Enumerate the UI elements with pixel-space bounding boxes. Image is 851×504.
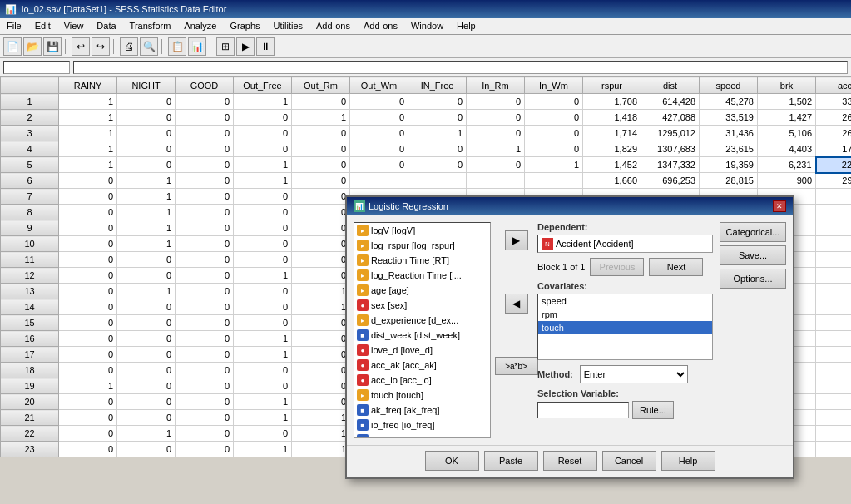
cell[interactable]: 0 <box>292 205 350 220</box>
cell[interactable]: 0 <box>467 94 525 110</box>
next-block-button[interactable]: Next <box>649 258 703 276</box>
cell[interactable]: 1,427 <box>758 110 816 126</box>
cell[interactable]: 0 <box>467 126 525 141</box>
col-header-outfree[interactable]: Out_Free <box>234 77 292 94</box>
cell[interactable]: 1 <box>234 410 292 426</box>
cell[interactable] <box>816 378 852 394</box>
cell[interactable]: 1 <box>117 189 176 205</box>
cell[interactable] <box>816 189 852 205</box>
cell[interactable]: 0 <box>292 363 350 378</box>
variable-list-item[interactable]: ●love_d [love_d] <box>354 343 490 358</box>
cell[interactable]: 29,012 <box>816 173 852 189</box>
cell[interactable]: 1 <box>59 141 117 157</box>
cell[interactable]: 0 <box>176 378 234 394</box>
cell[interactable]: 0 <box>292 220 350 236</box>
cell[interactable]: 0 <box>234 220 292 236</box>
cell[interactable]: 0 <box>525 110 583 126</box>
cell[interactable]: 0 <box>292 252 350 268</box>
cell[interactable]: 0 <box>234 378 292 394</box>
cell[interactable]: 0 <box>292 173 350 189</box>
variable-list-item[interactable]: ■ak_freq [ak_freq] <box>354 403 490 418</box>
col-header-dist[interactable]: dist <box>641 77 700 94</box>
previous-block-button[interactable]: Previous <box>590 258 644 276</box>
variable-list-item[interactable]: ▸log_rspur [log_rspur] <box>354 238 490 253</box>
covariate-listbox[interactable]: speedrpmtouch <box>537 294 713 360</box>
cell[interactable]: 0 <box>117 378 176 394</box>
open-file-button[interactable]: 📂 <box>23 37 42 56</box>
cell[interactable]: 1 <box>59 378 117 394</box>
cell[interactable]: 0 <box>176 331 234 347</box>
cell[interactable]: 0 <box>292 331 350 347</box>
col-header-inrm[interactable]: In_Rm <box>467 77 525 94</box>
dependent-box[interactable]: N Accident [Accident] <box>537 235 713 253</box>
cell[interactable]: 0 <box>176 220 234 236</box>
cell[interactable]: 19,359 <box>700 157 758 173</box>
cell[interactable]: 0 <box>234 363 292 378</box>
cell[interactable] <box>816 236 852 252</box>
cell[interactable]: 0 <box>176 94 234 110</box>
cell[interactable]: 1 <box>234 94 292 110</box>
var-view-button[interactable]: 📋 <box>168 37 186 56</box>
cell[interactable]: 0 <box>292 315 350 331</box>
cell[interactable]: 614,428 <box>641 94 700 110</box>
redo-button[interactable]: ↪ <box>92 37 110 56</box>
cell[interactable]: 0 <box>176 426 234 442</box>
cell[interactable]: 22,244 <box>816 157 852 173</box>
cell[interactable]: 1 <box>292 110 350 126</box>
rule-button[interactable]: Rule... <box>632 401 674 419</box>
col-header-night[interactable]: NIGHT <box>117 77 176 94</box>
cell[interactable]: 1295,012 <box>641 126 700 141</box>
cell[interactable]: 0 <box>176 189 234 205</box>
cell[interactable]: 0 <box>117 363 176 378</box>
cell[interactable] <box>816 268 852 284</box>
cell[interactable]: 0 <box>176 236 234 252</box>
variable-list-item[interactable]: ●acc_ak [acc_ak] <box>354 358 490 373</box>
method-select[interactable]: EnterForward: LRBackward: LR <box>580 365 688 383</box>
cell[interactable]: 0 <box>117 394 176 410</box>
cell[interactable] <box>816 426 852 442</box>
cell[interactable]: 0 <box>234 299 292 315</box>
data-view-button[interactable]: 📊 <box>188 37 206 56</box>
cell[interactable]: 0 <box>59 347 117 363</box>
cell-reference[interactable]: 5 : acc <box>3 61 70 74</box>
cell[interactable]: 1 <box>234 173 292 189</box>
col-header-outwm[interactable]: Out_Wm <box>350 77 408 94</box>
cell[interactable]: 0 <box>117 315 176 331</box>
cell[interactable]: 0 <box>234 110 292 126</box>
cell[interactable]: 0 <box>234 315 292 331</box>
cell[interactable]: 0 <box>350 94 408 110</box>
table-row[interactable]: 21000100001,418427,08833,5191,42726,3159… <box>1 110 852 126</box>
cell[interactable]: 1 <box>234 394 292 410</box>
cell[interactable]: 1 <box>117 220 176 236</box>
cell[interactable]: 23,615 <box>700 141 758 157</box>
covariate-item[interactable]: rpm <box>538 308 712 321</box>
cell[interactable]: 0 <box>234 141 292 157</box>
cell[interactable]: 0 <box>59 426 117 442</box>
cell[interactable] <box>816 394 852 410</box>
cell[interactable] <box>350 173 408 189</box>
cell[interactable]: 1 <box>117 284 176 299</box>
pause-button[interactable]: ⏸ <box>256 37 275 56</box>
cell[interactable]: 0 <box>350 110 408 126</box>
cell[interactable]: 0 <box>467 157 525 173</box>
col-header-infree[interactable]: IN_Free <box>408 77 467 94</box>
cell[interactable]: 33,590 <box>816 94 852 110</box>
cell[interactable]: 900 <box>758 173 816 189</box>
cell[interactable]: 0 <box>59 173 117 189</box>
cell[interactable]: 0 <box>59 394 117 410</box>
cell[interactable]: 0 <box>117 141 176 157</box>
cell[interactable]: 0 <box>176 157 234 173</box>
move-to-dependent-button[interactable]: ▶ <box>505 230 528 250</box>
cell[interactable]: 1,502 <box>758 94 816 110</box>
cell[interactable]: 0 <box>525 94 583 110</box>
table-row[interactable]: 11001000001,708614,42845,2781,50233,5909… <box>1 94 852 110</box>
cell[interactable] <box>816 331 852 347</box>
col-header-good[interactable]: GOOD <box>176 77 234 94</box>
dialog-close-button[interactable]: ✕ <box>773 200 786 212</box>
col-header-rainy[interactable]: RAINY <box>59 77 117 94</box>
cell[interactable]: 0 <box>176 442 234 457</box>
cell[interactable]: 1 <box>59 110 117 126</box>
cell[interactable]: 45,278 <box>700 94 758 110</box>
cell[interactable]: 0 <box>117 126 176 141</box>
variable-list-item[interactable]: ■ak_freq_rain [ak_fre... <box>354 432 490 438</box>
